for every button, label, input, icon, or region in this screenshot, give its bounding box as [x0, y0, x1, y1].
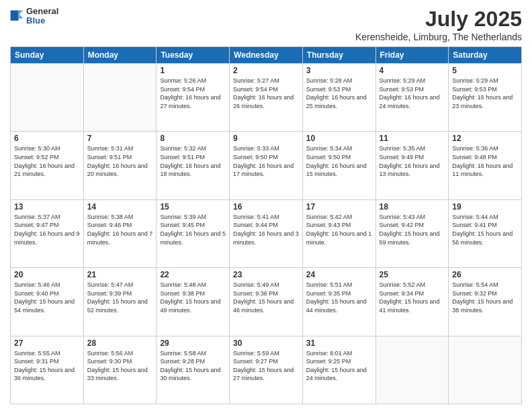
- calendar-cell: 18Sunrise: 5:43 AM Sunset: 9:42 PM Dayli…: [375, 199, 449, 267]
- day-number: 27: [14, 338, 80, 348]
- day-info: Sunrise: 5:26 AM Sunset: 9:54 PM Dayligh…: [160, 77, 226, 110]
- calendar-cell: 23Sunrise: 5:49 AM Sunset: 9:36 PM Dayli…: [230, 268, 303, 336]
- day-info: Sunrise: 5:51 AM Sunset: 9:35 PM Dayligh…: [306, 281, 372, 314]
- day-info: Sunrise: 5:30 AM Sunset: 9:52 PM Dayligh…: [14, 144, 80, 178]
- day-info: Sunrise: 5:58 AM Sunset: 9:28 PM Dayligh…: [160, 349, 226, 383]
- day-number: 1: [160, 66, 226, 75]
- svg-marker-1: [19, 11, 24, 15]
- calendar-cell: 25Sunrise: 5:52 AM Sunset: 9:34 PM Dayli…: [375, 268, 449, 336]
- day-number: 30: [233, 338, 299, 348]
- day-number: 2: [233, 66, 299, 75]
- calendar-cell: 5Sunrise: 5:29 AM Sunset: 9:53 PM Daylig…: [449, 64, 522, 132]
- day-number: 4: [380, 66, 445, 75]
- logo-blue-text: Blue: [26, 16, 58, 26]
- day-number: 26: [452, 270, 518, 279]
- day-number: 7: [87, 134, 153, 143]
- calendar-header-row: SundayMondayTuesdayWednesdayThursdayFrid…: [11, 47, 522, 64]
- calendar-cell: [11, 64, 84, 132]
- logo-icon: [10, 8, 24, 24]
- day-number: 14: [87, 202, 153, 212]
- day-number: 21: [87, 270, 153, 279]
- calendar-cell: 21Sunrise: 5:47 AM Sunset: 9:39 PM Dayli…: [83, 268, 157, 336]
- day-info: Sunrise: 5:29 AM Sunset: 9:53 PM Dayligh…: [380, 77, 445, 110]
- day-number: 9: [233, 134, 299, 143]
- calendar-week-row: 1Sunrise: 5:26 AM Sunset: 9:54 PM Daylig…: [11, 64, 522, 132]
- svg-marker-2: [19, 14, 24, 19]
- day-number: 6: [14, 134, 80, 143]
- day-info: Sunrise: 5:27 AM Sunset: 9:54 PM Dayligh…: [233, 77, 299, 110]
- day-number: 10: [306, 134, 372, 143]
- day-info: Sunrise: 5:56 AM Sunset: 9:30 PM Dayligh…: [87, 349, 153, 383]
- day-number: 8: [160, 134, 226, 143]
- day-info: Sunrise: 5:52 AM Sunset: 9:34 PM Dayligh…: [380, 281, 445, 314]
- header: General Blue July 2025 Kerensheide, Limb…: [10, 7, 522, 42]
- calendar-cell: 24Sunrise: 5:51 AM Sunset: 9:35 PM Dayli…: [302, 268, 375, 336]
- day-info: Sunrise: 5:49 AM Sunset: 9:36 PM Dayligh…: [233, 281, 299, 314]
- calendar-cell: 4Sunrise: 5:29 AM Sunset: 9:53 PM Daylig…: [375, 64, 449, 132]
- day-number: 3: [306, 66, 372, 75]
- main-title: July 2025: [355, 7, 522, 32]
- day-number: 17: [306, 202, 372, 212]
- calendar-day-header: Friday: [375, 47, 449, 64]
- calendar-cell: 7Sunrise: 5:31 AM Sunset: 9:51 PM Daylig…: [83, 132, 157, 199]
- day-number: 12: [452, 134, 518, 143]
- calendar-cell: 14Sunrise: 5:38 AM Sunset: 9:46 PM Dayli…: [83, 199, 157, 267]
- day-info: Sunrise: 5:35 AM Sunset: 9:49 PM Dayligh…: [380, 144, 445, 178]
- calendar-cell: 27Sunrise: 5:55 AM Sunset: 9:31 PM Dayli…: [11, 336, 84, 404]
- calendar-cell: 30Sunrise: 5:59 AM Sunset: 9:27 PM Dayli…: [230, 336, 303, 404]
- calendar-week-row: 6Sunrise: 5:30 AM Sunset: 9:52 PM Daylig…: [11, 132, 522, 199]
- calendar-cell: 16Sunrise: 5:41 AM Sunset: 9:44 PM Dayli…: [230, 199, 303, 267]
- day-info: Sunrise: 5:39 AM Sunset: 9:45 PM Dayligh…: [160, 213, 226, 246]
- day-number: 25: [380, 270, 445, 279]
- day-info: Sunrise: 5:36 AM Sunset: 9:48 PM Dayligh…: [452, 144, 518, 178]
- calendar-cell: 29Sunrise: 5:58 AM Sunset: 9:28 PM Dayli…: [157, 336, 230, 404]
- calendar-week-row: 20Sunrise: 5:46 AM Sunset: 9:40 PM Dayli…: [11, 268, 522, 336]
- page: General Blue July 2025 Kerensheide, Limb…: [0, 0, 532, 411]
- day-info: Sunrise: 5:29 AM Sunset: 9:53 PM Dayligh…: [452, 77, 518, 110]
- day-info: Sunrise: 5:28 AM Sunset: 9:53 PM Dayligh…: [306, 77, 372, 110]
- day-info: Sunrise: 5:48 AM Sunset: 9:38 PM Dayligh…: [160, 281, 226, 314]
- calendar-cell: [375, 336, 449, 404]
- calendar-day-header: Saturday: [449, 47, 522, 64]
- calendar-cell: 9Sunrise: 5:33 AM Sunset: 9:50 PM Daylig…: [230, 132, 303, 199]
- calendar-cell: 6Sunrise: 5:30 AM Sunset: 9:52 PM Daylig…: [11, 132, 84, 199]
- calendar-cell: 20Sunrise: 5:46 AM Sunset: 9:40 PM Dayli…: [11, 268, 84, 336]
- day-number: 23: [233, 270, 299, 279]
- calendar-cell: 17Sunrise: 5:42 AM Sunset: 9:43 PM Dayli…: [302, 199, 375, 267]
- calendar-cell: 31Sunrise: 6:01 AM Sunset: 9:25 PM Dayli…: [302, 336, 375, 404]
- calendar-cell: 2Sunrise: 5:27 AM Sunset: 9:54 PM Daylig…: [230, 64, 303, 132]
- day-info: Sunrise: 5:38 AM Sunset: 9:46 PM Dayligh…: [87, 213, 153, 246]
- day-number: 13: [14, 202, 80, 212]
- calendar-day-header: Monday: [83, 47, 157, 64]
- day-number: 18: [380, 202, 445, 212]
- day-number: 11: [380, 134, 445, 143]
- calendar-cell: 13Sunrise: 5:37 AM Sunset: 9:47 PM Dayli…: [11, 199, 84, 267]
- calendar-week-row: 27Sunrise: 5:55 AM Sunset: 9:31 PM Dayli…: [11, 336, 522, 404]
- day-number: 5: [452, 66, 518, 75]
- svg-rect-0: [11, 11, 19, 21]
- calendar-cell: 28Sunrise: 5:56 AM Sunset: 9:30 PM Dayli…: [83, 336, 157, 404]
- calendar-cell: 15Sunrise: 5:39 AM Sunset: 9:45 PM Dayli…: [157, 199, 230, 267]
- day-info: Sunrise: 5:54 AM Sunset: 9:32 PM Dayligh…: [452, 281, 518, 314]
- title-area: July 2025 Kerensheide, Limburg, The Neth…: [355, 7, 522, 42]
- day-info: Sunrise: 5:44 AM Sunset: 9:41 PM Dayligh…: [452, 213, 518, 246]
- calendar-cell: [449, 336, 522, 404]
- day-info: Sunrise: 5:32 AM Sunset: 9:51 PM Dayligh…: [160, 144, 226, 178]
- day-info: Sunrise: 5:33 AM Sunset: 9:50 PM Dayligh…: [233, 144, 299, 178]
- calendar-cell: 3Sunrise: 5:28 AM Sunset: 9:53 PM Daylig…: [302, 64, 375, 132]
- day-number: 29: [160, 338, 226, 348]
- day-info: Sunrise: 6:01 AM Sunset: 9:25 PM Dayligh…: [306, 349, 372, 383]
- day-info: Sunrise: 5:37 AM Sunset: 9:47 PM Dayligh…: [14, 213, 80, 246]
- calendar-cell: 12Sunrise: 5:36 AM Sunset: 9:48 PM Dayli…: [449, 132, 522, 199]
- calendar-week-row: 13Sunrise: 5:37 AM Sunset: 9:47 PM Dayli…: [11, 199, 522, 267]
- day-number: 22: [160, 270, 226, 279]
- day-info: Sunrise: 5:42 AM Sunset: 9:43 PM Dayligh…: [306, 213, 372, 246]
- calendar-cell: 1Sunrise: 5:26 AM Sunset: 9:54 PM Daylig…: [157, 64, 230, 132]
- day-number: 31: [306, 338, 372, 348]
- day-info: Sunrise: 5:34 AM Sunset: 9:50 PM Dayligh…: [306, 144, 372, 178]
- calendar-table: SundayMondayTuesdayWednesdayThursdayFrid…: [10, 46, 522, 404]
- day-number: 20: [14, 270, 80, 279]
- calendar-day-header: Wednesday: [230, 47, 303, 64]
- day-number: 15: [160, 202, 226, 212]
- calendar-cell: 8Sunrise: 5:32 AM Sunset: 9:51 PM Daylig…: [157, 132, 230, 199]
